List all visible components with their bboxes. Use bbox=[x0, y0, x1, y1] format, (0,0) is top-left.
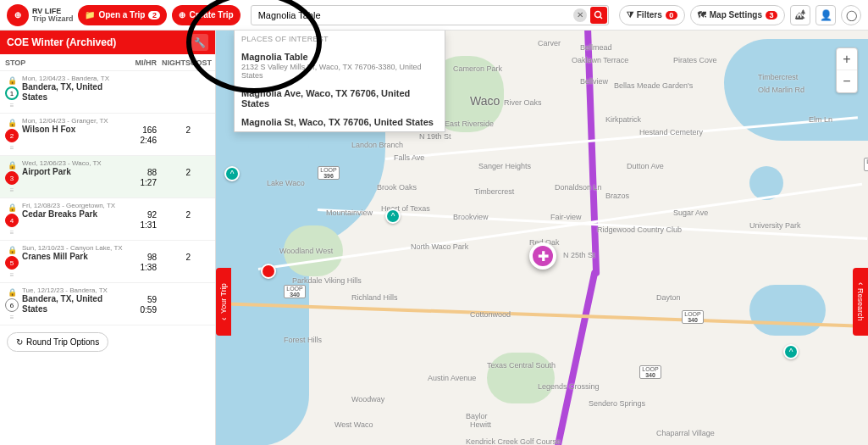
map-poi-pin[interactable]: ^ bbox=[224, 166, 240, 181]
stop-miles: 981:38 bbox=[127, 244, 157, 279]
lock-icon: 🔒 bbox=[8, 76, 16, 85]
map-poi-pin[interactable]: ^ bbox=[385, 209, 401, 224]
map-label: Dutton Ave bbox=[627, 162, 664, 170]
drag-handle-icon[interactable]: ≡ bbox=[10, 186, 14, 194]
map-label: Cameron Park bbox=[453, 64, 502, 73]
lock-icon: 🔒 bbox=[8, 161, 16, 170]
map-stop-pin[interactable] bbox=[261, 264, 276, 279]
map-label: Brookview bbox=[453, 213, 489, 221]
refresh-icon: ↻ bbox=[16, 337, 23, 347]
map-label: N 25th St bbox=[563, 251, 595, 259]
stop-miles bbox=[127, 75, 157, 109]
map-label: Timbercrest bbox=[758, 73, 798, 81]
stop-name: Airport Park bbox=[22, 167, 127, 177]
folder-icon: 📁 bbox=[85, 10, 95, 19]
drag-handle-icon[interactable]: ≡ bbox=[10, 144, 14, 152]
map-label: Parkdale Viking Hills bbox=[292, 276, 362, 285]
trip-title: COE Winter (Archived) bbox=[7, 36, 116, 48]
drag-handle-icon[interactable]: ≡ bbox=[10, 271, 14, 279]
dropdown-item[interactable]: Magnolia Table2132 S Valley Mills Dr, Wa… bbox=[235, 47, 445, 84]
map-settings-button[interactable]: 🗺 Map Settings 3 bbox=[690, 5, 785, 25]
map-label: Chaparral Village bbox=[656, 429, 715, 437]
map-city-label: Waco bbox=[470, 94, 500, 108]
map-label: Donaldson Ln bbox=[555, 183, 602, 192]
map-label: N 19th St bbox=[419, 132, 451, 141]
stop-miles: 921:31 bbox=[127, 202, 157, 236]
map-label: Sugar Ave bbox=[673, 209, 708, 217]
map-label: Falls Ave bbox=[394, 153, 424, 162]
stop-row[interactable]: 🔒5≡Sun, 12/10/23 - Canyon Lake, TXCranes… bbox=[0, 241, 215, 283]
create-trip-button[interactable]: ⊕ Create Trip bbox=[172, 5, 240, 25]
stop-row[interactable]: 🔒2≡Mon, 12/04/23 - Granger, TXWilson H F… bbox=[0, 114, 215, 156]
map-label: Baylor bbox=[466, 412, 488, 420]
lock-icon: 🔒 bbox=[8, 203, 16, 212]
map-target-pin[interactable]: ✚ bbox=[529, 242, 556, 270]
stop-row[interactable]: 🔒3≡Wed, 12/06/23 - Waco, TXAirport Park8… bbox=[0, 156, 215, 198]
map-label: Kirkpatrick bbox=[605, 115, 641, 124]
zoom-out-button[interactable]: − bbox=[837, 70, 857, 92]
map-label: Dayton bbox=[656, 293, 681, 302]
map-poi-pin[interactable]: ^ bbox=[783, 344, 799, 359]
stop-number: 4 bbox=[5, 214, 19, 227]
your-trip-tab[interactable]: ‹ Your Trip bbox=[216, 268, 231, 336]
app-logo[interactable]: ⊕ RV LIFE Trip Wizard bbox=[7, 4, 73, 26]
zoom-in-button[interactable]: + bbox=[837, 48, 857, 70]
stop-miles: 1662:46 bbox=[127, 117, 157, 152]
map-icon: 🗺 bbox=[698, 10, 706, 19]
map-label: Brook Oaks bbox=[377, 183, 417, 192]
zoom-control: + − bbox=[836, 47, 858, 93]
map-label: Texas Central South bbox=[487, 361, 556, 370]
stop-nights bbox=[157, 75, 191, 109]
stop-date: Tue, 12/12/23 - Bandera, TX bbox=[22, 286, 127, 294]
map-label: Woodway bbox=[351, 395, 384, 403]
research-tab[interactable]: ‹ Research bbox=[853, 268, 868, 336]
search-clear-icon[interactable]: ✕ bbox=[573, 8, 587, 22]
stop-name: Cedar Breaks Park bbox=[22, 209, 127, 220]
lock-icon: 🔒 bbox=[8, 119, 16, 127]
search-input[interactable] bbox=[251, 5, 609, 25]
map-label: Timbercrest bbox=[474, 187, 514, 196]
map-label: East Riverside bbox=[445, 120, 494, 128]
filters-badge: 0 bbox=[666, 11, 677, 19]
round-trip-button[interactable]: ↻ Round Trip Options bbox=[7, 332, 108, 352]
stop-name: Bandera, TX, United States bbox=[22, 82, 127, 103]
account-button[interactable]: ◯ bbox=[841, 5, 861, 25]
stop-number: 6 bbox=[5, 298, 19, 312]
map-label: Mountainview bbox=[326, 209, 373, 217]
open-trip-button[interactable]: 📁 Open a Trip 2 bbox=[78, 5, 167, 25]
rv-profile-button[interactable]: 🏕 bbox=[790, 5, 810, 25]
drag-handle-icon[interactable]: ≡ bbox=[10, 102, 14, 109]
col-cost: COST bbox=[191, 58, 214, 67]
stop-number: 2 bbox=[5, 129, 19, 142]
map-label: Sanger Heights bbox=[478, 162, 531, 170]
stop-row[interactable]: 🔒6≡Tue, 12/12/23 - Bandera, TXBandera, T… bbox=[0, 283, 215, 325]
stop-date: Mon, 12/04/23 - Bandera, TX bbox=[22, 75, 127, 82]
stop-name: Wilson H Fox bbox=[22, 125, 127, 135]
lock-icon: 🔒 bbox=[8, 288, 16, 297]
map-label: Cottonwood bbox=[470, 310, 511, 319]
map-label: Elm Ln bbox=[809, 115, 832, 124]
route-shield: LOOP396 bbox=[318, 166, 340, 180]
drag-handle-icon[interactable]: ≡ bbox=[10, 229, 14, 236]
search-button[interactable] bbox=[590, 7, 607, 24]
map-label: Bellview bbox=[580, 77, 608, 86]
map-label: Fair-view bbox=[550, 213, 582, 221]
map-label: North Waco Park bbox=[411, 242, 468, 251]
stop-row[interactable]: 🔒4≡Fri, 12/08/23 - Georgetown, TXCedar B… bbox=[0, 198, 215, 241]
col-nights: NIGHTS bbox=[157, 58, 191, 67]
filters-button[interactable]: ⧩ Filters 0 bbox=[619, 5, 685, 25]
map-label: Woodland West bbox=[279, 247, 333, 255]
stop-date: Fri, 12/08/23 - Georgetown, TX bbox=[22, 202, 127, 209]
map-label: Legends Crossing bbox=[538, 382, 600, 391]
user-button[interactable]: 👤 bbox=[815, 5, 836, 25]
svg-line-1 bbox=[600, 16, 602, 19]
stop-number: 5 bbox=[5, 256, 19, 270]
map-label: River Oaks bbox=[504, 98, 542, 107]
filter-icon: ⧩ bbox=[627, 10, 633, 20]
dropdown-item[interactable]: Magnolia St, Waco, TX 76706, United Stat… bbox=[235, 113, 445, 131]
plus-icon: ⊕ bbox=[179, 10, 185, 19]
trip-settings-icon[interactable]: 🔧 bbox=[191, 34, 208, 51]
stop-row[interactable]: 🔒1≡Mon, 12/04/23 - Bandera, TXBandera, T… bbox=[0, 71, 215, 114]
dropdown-item[interactable]: Magnolia Ave, Waco, TX 76706, United Sta… bbox=[235, 84, 445, 113]
drag-handle-icon[interactable]: ≡ bbox=[10, 314, 14, 321]
